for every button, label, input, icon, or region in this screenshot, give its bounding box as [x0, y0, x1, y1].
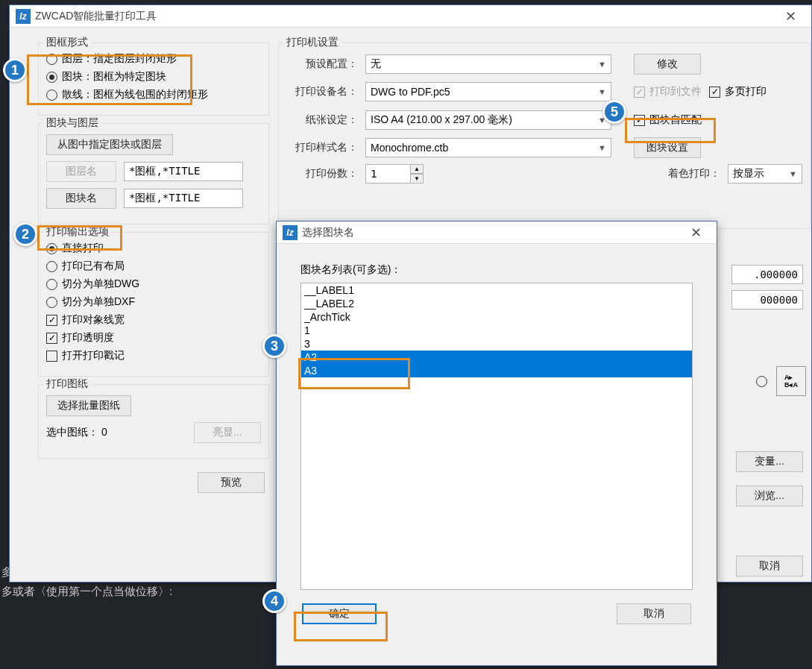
- radio-scatter-label: 散线：图框为线包围的封闭矩形: [62, 88, 208, 101]
- app-icon: Iz: [283, 225, 298, 240]
- list-item[interactable]: 3: [301, 337, 692, 351]
- chevron-down-icon: ▼: [594, 60, 606, 69]
- print-sheet-group: 打印图纸 选择批量图纸 选中图纸： 0 亮显...: [38, 384, 269, 459]
- device-select[interactable]: DWG to PDF.pc5▼: [365, 82, 611, 101]
- radio-scatter[interactable]: 散线：图框为线包围的封闭矩形: [46, 88, 261, 101]
- highlight-button: 亮显...: [194, 422, 261, 443]
- preview-button[interactable]: 预览: [198, 472, 265, 493]
- annotation-2: 2: [13, 222, 37, 246]
- modal-cancel-button[interactable]: 取消: [617, 603, 691, 624]
- selected-sheets-count: 0: [101, 426, 107, 438]
- list-item[interactable]: __LABEL2: [301, 297, 692, 310]
- main-close-button[interactable]: ✕: [775, 8, 805, 25]
- annotation-1: 1: [3, 58, 27, 82]
- output-opts-legend: 打印输出选项: [43, 225, 112, 239]
- check-transparency-label: 打印透明度: [62, 331, 114, 345]
- check-print-to-file-box: [634, 87, 645, 98]
- orientation-icon[interactable]: A▸B◂A: [776, 366, 806, 396]
- list-item-selected[interactable]: A3: [301, 364, 692, 377]
- check-multipage-box: [709, 87, 720, 98]
- frame-style-legend: 图框形式: [43, 36, 91, 49]
- modal-title: 选择图块名: [302, 226, 681, 239]
- style-select[interactable]: Monochrome.ctb▼: [365, 138, 611, 157]
- orientation-radio[interactable]: [756, 376, 767, 387]
- main-window-title: ZWCAD智能批量打印工具: [35, 10, 775, 23]
- chevron-down-icon: ▼: [784, 169, 797, 178]
- selected-sheets-label: 选中图纸：: [46, 426, 98, 438]
- list-item[interactable]: _ArchTick: [301, 310, 692, 324]
- check-print-to-file-label: 打印到文件: [649, 85, 702, 98]
- specify-block-layer-button[interactable]: 从图中指定图块或图层: [46, 134, 173, 155]
- check-block-automatch-label: 图块自匹配: [649, 113, 702, 127]
- check-line-weight-label: 打印对象线宽: [62, 313, 125, 327]
- check-multipage[interactable]: 多页打印: [709, 85, 767, 98]
- spin-down[interactable]: ▼: [410, 174, 424, 183]
- list-item-selected[interactable]: A2: [301, 351, 692, 364]
- print-sheet-legend: 打印图纸: [43, 377, 91, 391]
- chevron-down-icon: ▼: [594, 87, 606, 96]
- style-label: 打印样式名：: [286, 141, 358, 154]
- check-line-weight[interactable]: 打印对象线宽: [46, 313, 261, 327]
- spin-up[interactable]: ▲: [410, 164, 424, 174]
- radio-split-dwg[interactable]: 切分为单独DWG: [46, 277, 261, 291]
- copies-input[interactable]: 1: [365, 164, 410, 183]
- annotation-5: 5: [602, 100, 626, 124]
- radio-print-layout-circle: [46, 261, 57, 272]
- modal-close-button[interactable]: ✕: [681, 224, 711, 241]
- block-settings-button[interactable]: 图块设置: [634, 137, 701, 158]
- shade-print-label: 着色打印：: [668, 167, 720, 180]
- radio-layer-circle: [46, 54, 57, 65]
- block-name-input[interactable]: *图框,*TITLE: [124, 189, 243, 208]
- block-name-button[interactable]: 图块名: [46, 188, 116, 209]
- modify-button[interactable]: 修改: [634, 54, 701, 75]
- radio-print-layout-label: 打印已有布局: [62, 260, 125, 273]
- check-line-weight-box: [46, 315, 57, 326]
- bg-text-2: 多或者〈使用第一个点当做位移〉:: [1, 585, 172, 599]
- radio-split-dxf[interactable]: 切分为单独DXF: [46, 295, 261, 309]
- preset-select[interactable]: 无▼: [365, 54, 611, 74]
- main-cancel-button[interactable]: 取消: [736, 556, 803, 577]
- check-block-automatch[interactable]: 图块自匹配: [634, 113, 702, 127]
- check-stamp-label: 打开打印戳记: [62, 349, 125, 362]
- printer-settings-group: 打印机设置 预设配置： 无▼ 修改 打印设备名： DWG to PDF.pc5▼…: [278, 43, 811, 229]
- radio-layer[interactable]: 图层：指定图层封闭矩形: [46, 52, 261, 66]
- radio-print-layout[interactable]: 打印已有布局: [46, 260, 261, 273]
- block-layer-group: 图块与图层 从图中指定图块或图层 图层名 *图框,*TITLE 图块名 *图框,…: [38, 123, 269, 224]
- check-stamp[interactable]: 打开打印戳记: [46, 349, 261, 362]
- browse-button[interactable]: 浏览...: [736, 486, 803, 506]
- list-item[interactable]: __LABEL1: [301, 283, 692, 297]
- layer-name-button: 图层名: [46, 161, 116, 182]
- app-icon: Iz: [16, 9, 31, 24]
- select-batch-button[interactable]: 选择批量图纸: [46, 395, 131, 416]
- device-label: 打印设备名：: [286, 85, 358, 98]
- output-opts-group: 打印输出选项 直接打印 打印已有布局 切分为单独DWG 切分为单独DXF 打印对…: [38, 232, 269, 377]
- variable-button[interactable]: 变量...: [736, 451, 803, 472]
- printer-settings-legend: 打印机设置: [283, 36, 342, 49]
- layer-name-input[interactable]: *图框,*TITLE: [124, 162, 243, 181]
- modal-ok-button[interactable]: 确定: [302, 603, 377, 624]
- radio-split-dxf-circle: [46, 297, 57, 308]
- block-list[interactable]: __LABEL1 __LABEL2 _ArchTick 1 3 A2 A3: [300, 283, 693, 590]
- list-item[interactable]: 1: [301, 324, 692, 337]
- radio-split-dwg-circle: [46, 279, 57, 290]
- right-value-1[interactable]: .000000: [731, 265, 803, 284]
- paper-label: 纸张设定：: [286, 113, 358, 127]
- radio-block[interactable]: 图块：图框为特定图块: [46, 70, 261, 84]
- radio-direct-print[interactable]: 直接打印: [46, 242, 261, 255]
- shade-print-select[interactable]: 按显示▼: [728, 164, 802, 183]
- radio-direct-print-label: 直接打印: [62, 242, 104, 255]
- preset-label: 预设配置：: [286, 57, 358, 71]
- main-titlebar: Iz ZWCAD智能批量打印工具 ✕: [10, 5, 811, 28]
- radio-split-dwg-label: 切分为单独DWG: [62, 277, 139, 291]
- check-print-to-file: 打印到文件: [634, 85, 702, 98]
- block-layer-legend: 图块与图层: [43, 116, 101, 130]
- copies-spinner[interactable]: 1 ▲▼: [365, 164, 424, 183]
- frame-style-group: 图框形式 图层：指定图层封闭矩形 图块：图框为特定图块 散线：图框为线包围的封闭…: [38, 43, 269, 116]
- paper-select[interactable]: ISO A4 (210.00 x 297.00 毫米)▼: [365, 110, 611, 130]
- radio-block-circle: [46, 72, 57, 83]
- right-value-2[interactable]: 000000: [731, 290, 803, 310]
- check-multipage-label: 多页打印: [725, 85, 767, 98]
- check-transparency[interactable]: 打印透明度: [46, 331, 261, 345]
- radio-layer-label: 图层：指定图层封闭矩形: [62, 52, 177, 66]
- modal-titlebar: Iz 选择图块名 ✕: [277, 222, 717, 244]
